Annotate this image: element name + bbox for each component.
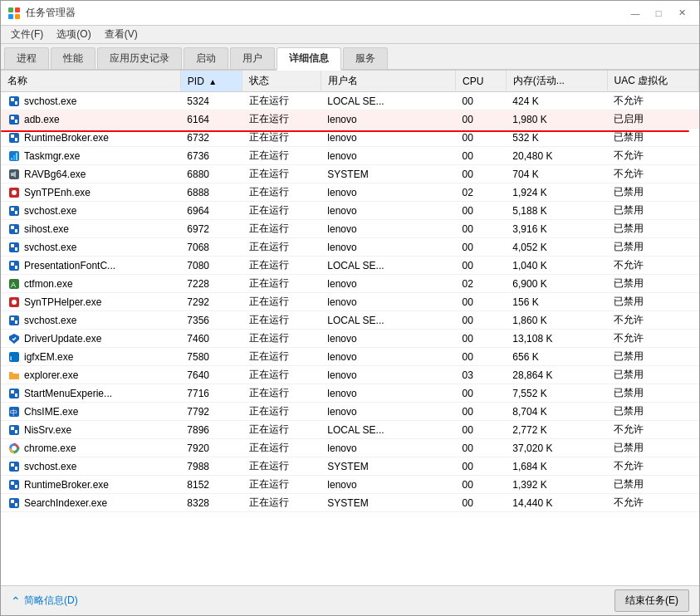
menu-item[interactable]: 选项(O) — [50, 26, 97, 43]
table-row[interactable]: explorer.exe7640正在运行lenovo0328,864 K已禁用 — [1, 366, 699, 384]
table-row[interactable]: svchost.exe6964正在运行lenovo005,188 K已禁用 — [1, 202, 699, 220]
cell-memory: 1,392 K — [506, 476, 607, 494]
table-row[interactable]: NisSrv.exe7896正在运行LOCAL SE...002,772 K不允… — [1, 421, 699, 439]
table-row[interactable]: chrome.exe7920正在运行lenovo0037,020 K已禁用 — [1, 439, 699, 457]
svg-rect-1 — [15, 7, 20, 12]
svg-rect-57 — [11, 482, 14, 485]
cell-username: LOCAL SE... — [321, 92, 455, 110]
cell-username: lenovo — [321, 439, 455, 457]
table-row[interactable]: PresentationFontC...7080正在运行LOCAL SE...0… — [1, 257, 699, 275]
table-row[interactable]: SynTPEnh.exe6888正在运行lenovo021,924 K已禁用 — [1, 183, 699, 202]
table-row[interactable]: RuntimeBroker.exe8152正在运行lenovo001,392 K… — [1, 476, 699, 494]
table-row[interactable]: Taskmgr.exe6736正在运行lenovo0020,480 K不允许 — [1, 147, 699, 165]
cell-username: lenovo — [321, 275, 455, 293]
process-name: SynTPHelper.exe — [24, 296, 101, 308]
cell-username: LOCAL SE... — [321, 257, 455, 275]
task-manager-window: 任务管理器 — □ ✕ 文件(F)选项(O)查看(V) 进程性能应用历史记录启动… — [0, 0, 700, 616]
svg-text:i: i — [10, 354, 12, 362]
table-row[interactable]: RuntimeBroker.exe6732正在运行lenovo00532 K已禁… — [1, 129, 699, 147]
cell-uac: 已禁用 — [607, 348, 698, 366]
process-icon: i — [7, 350, 21, 364]
cell-username: LOCAL SE... — [321, 421, 455, 439]
table-row[interactable]: SynTPHelper.exe7292正在运行lenovo00156 K已禁用 — [1, 293, 699, 311]
table-row[interactable]: SearchIndexer.exe8328正在运行SYSTEM0014,440 … — [1, 494, 699, 512]
process-icon — [7, 296, 21, 309]
col-username[interactable]: 用户名 — [321, 71, 455, 92]
table-row[interactable]: DriverUpdate.exe7460正在运行lenovo0013,108 K… — [1, 330, 699, 348]
col-status[interactable]: 状态 — [242, 71, 321, 92]
table-row[interactable]: Actfmon.exe7228正在运行lenovo026,900 K已禁用 — [1, 275, 699, 293]
table-row[interactable]: RAVBg64.exe6880正在运行SYSTEM00704 K不允许 — [1, 165, 699, 183]
col-cpu[interactable]: CPU — [456, 71, 507, 92]
cell-pid: 6964 — [180, 202, 242, 220]
cell-pid: 6164 — [180, 110, 242, 129]
process-name: svchost.exe — [24, 242, 76, 253]
maximize-button[interactable]: □ — [648, 5, 669, 22]
col-uac[interactable]: UAC 虚拟化 — [607, 71, 698, 92]
process-name: adb.exe — [24, 114, 60, 125]
svg-rect-23 — [15, 211, 17, 214]
process-icon — [7, 460, 21, 473]
svg-rect-11 — [11, 134, 14, 138]
cell-pid: 8152 — [180, 476, 242, 494]
cell-memory: 8,704 K — [506, 403, 607, 421]
table-row[interactable]: StartMenuExperie...7716正在运行lenovo007,552… — [1, 384, 699, 403]
cell-memory: 156 K — [506, 293, 607, 311]
table-row[interactable]: svchost.exe5324正在运行LOCAL SE...00424 K不允许 — [1, 92, 699, 110]
cell-memory: 7,552 K — [506, 384, 607, 403]
tab-启动[interactable]: 启动 — [184, 47, 228, 69]
minimize-button[interactable]: — — [624, 5, 646, 22]
cell-status: 正在运行 — [242, 147, 321, 165]
cell-cpu: 00 — [456, 330, 507, 348]
summary-label: 简略信息(D) — [24, 594, 78, 608]
process-icon — [7, 314, 21, 327]
tab-详细信息[interactable]: 详细信息 — [277, 47, 341, 71]
menu-item[interactable]: 文件(F) — [4, 26, 50, 43]
end-task-button[interactable]: 结束任务(E) — [614, 589, 689, 612]
tab-性能[interactable]: 性能 — [51, 47, 95, 69]
cell-cpu: 00 — [456, 384, 507, 403]
close-button[interactable]: ✕ — [671, 5, 693, 22]
table-row[interactable]: iigfxEM.exe7580正在运行lenovo00656 K已禁用 — [1, 348, 699, 366]
table-row[interactable]: adb.exe6164正在运行lenovo001,980 K已启用 — [1, 110, 699, 129]
cell-pid: 7640 — [180, 366, 242, 384]
menu-item[interactable]: 查看(V) — [98, 26, 144, 43]
cell-cpu: 00 — [456, 348, 507, 366]
svg-rect-50 — [15, 430, 17, 433]
process-name: NisSrv.exe — [24, 424, 71, 436]
cell-memory: 424 K — [506, 92, 607, 110]
table-row[interactable]: svchost.exe7988正在运行SYSTEM001,684 K不允许 — [1, 457, 699, 476]
tab-用户[interactable]: 用户 — [230, 47, 275, 69]
cell-status: 正在运行 — [242, 403, 321, 421]
cell-status: 正在运行 — [242, 293, 321, 311]
tab-服务[interactable]: 服务 — [343, 47, 388, 69]
cell-status: 正在运行 — [242, 129, 321, 147]
cell-status: 正在运行 — [242, 220, 321, 238]
cell-memory: 532 K — [506, 129, 607, 147]
cell-status: 正在运行 — [242, 92, 321, 110]
process-name: SearchIndexer.exe — [24, 497, 107, 509]
cell-pid: 7460 — [180, 330, 242, 348]
window-title: 任务管理器 — [26, 6, 76, 20]
cell-pid: 6736 — [180, 147, 242, 165]
process-icon — [7, 204, 21, 218]
cell-cpu: 00 — [456, 129, 507, 147]
col-pid[interactable]: PID ▲ — [180, 71, 242, 92]
cell-username: lenovo — [321, 348, 455, 366]
col-name[interactable]: 名称 — [1, 71, 180, 92]
cell-status: 正在运行 — [242, 457, 321, 476]
summary-link[interactable]: ⌃ 简略信息(D) — [11, 594, 78, 608]
table-row[interactable]: svchost.exe7068正在运行lenovo004,052 K已禁用 — [1, 238, 699, 257]
svg-rect-29 — [15, 247, 17, 251]
table-row[interactable]: svchost.exe7356正在运行LOCAL SE...001,860 K不… — [1, 311, 699, 330]
cell-username: lenovo — [321, 476, 455, 494]
table-row[interactable]: 中ChsIME.exe7792正在运行lenovo008,704 K已禁用 — [1, 403, 699, 421]
cell-memory: 1,924 K — [506, 183, 607, 202]
tab-进程[interactable]: 进程 — [4, 47, 49, 69]
tab-应用历史记录[interactable]: 应用历史记录 — [97, 47, 182, 69]
table-row[interactable]: sihost.exe6972正在运行lenovo003,916 K已禁用 — [1, 220, 699, 238]
col-memory[interactable]: 内存(活动... — [506, 71, 607, 92]
cell-username: lenovo — [321, 183, 455, 202]
svg-rect-0 — [8, 7, 13, 12]
svg-rect-60 — [11, 500, 14, 503]
